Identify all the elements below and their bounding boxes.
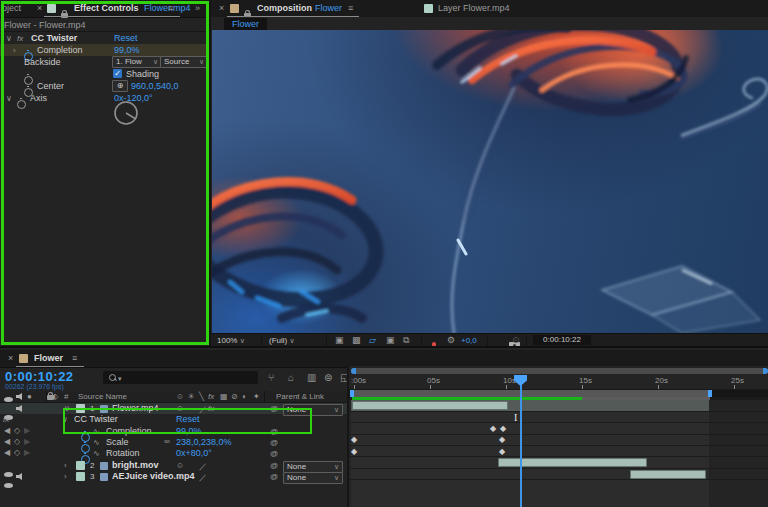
effect-group-row[interactable]: fx ∨ CC Twister Reset: [0, 414, 347, 426]
layer-bar-aejuice[interactable]: [630, 470, 706, 479]
close-icon[interactable]: ×: [37, 3, 42, 13]
expander-icon[interactable]: ›: [64, 461, 67, 470]
reset-link[interactable]: Reset: [176, 414, 200, 424]
overflow-icon[interactable]: »: [195, 3, 200, 13]
effect-row-completion[interactable]: › Completion 99,0%: [0, 44, 209, 56]
shy-toggle-icon[interactable]: ☺: [176, 472, 184, 481]
show-snapshot-icon[interactable]: ⊙: [512, 335, 520, 345]
work-area-bar[interactable]: [352, 390, 710, 397]
work-area-start-bracket[interactable]: [350, 390, 354, 397]
property-row-rotation[interactable]: ◀ ◇ ▶ ∿ Rotation 0x+80,0° @: [0, 448, 347, 459]
tab-composition[interactable]: Composition: [257, 3, 312, 13]
layer-row-bright[interactable]: › 2 bright.mov ☺ ／ @ None∨: [0, 460, 347, 471]
axis-dial[interactable]: [112, 99, 140, 127]
keyframe-diamond[interactable]: ◆: [499, 436, 505, 444]
magnification-dropdown[interactable]: 100% ∨: [217, 336, 245, 345]
exposure-value[interactable]: +0,0: [461, 336, 477, 345]
panel-menu-icon[interactable]: ≡: [348, 3, 353, 13]
add-keyframe-icon[interactable]: ◇: [14, 427, 20, 435]
property-value[interactable]: 0x+80,0°: [176, 448, 212, 458]
work-area-track[interactable]: [349, 390, 768, 397]
property-row-completion[interactable]: ◀ ◇ ▶ ∿ Completion 99,0% @: [0, 426, 347, 437]
audio-column-icon[interactable]: [16, 393, 24, 400]
video-toggle-icon[interactable]: [4, 483, 13, 488]
shy-toggle-icon[interactable]: ☺: [176, 404, 184, 413]
effect-name[interactable]: CC Twister: [31, 33, 77, 43]
playhead-line[interactable]: [520, 375, 522, 507]
backside-dropdown[interactable]: 1. Flow∨: [112, 56, 162, 68]
pickwhip-icon[interactable]: @: [270, 449, 278, 458]
quality-icon[interactable]: ╲: [199, 392, 204, 401]
layer-color-swatch[interactable]: [76, 472, 85, 481]
region-of-interest-icon[interactable]: ▩: [352, 335, 361, 345]
next-keyframe-icon[interactable]: ▶: [24, 427, 30, 435]
motion-blur-icon[interactable]: ⊜: [324, 372, 332, 383]
expander-icon[interactable]: ∨: [64, 404, 70, 413]
close-icon[interactable]: ×: [219, 3, 224, 13]
layer-row-aejuice[interactable]: › 3 AEJuice video.mp4 ☺ ／ @ None∨: [0, 471, 347, 482]
layer-name[interactable]: bright.mov: [112, 460, 159, 470]
draft-3d-icon[interactable]: ⌂: [288, 372, 294, 383]
3d-layer-icon[interactable]: ✦: [253, 392, 260, 401]
property-value[interactable]: 99,0%: [176, 426, 202, 436]
always-preview-icon[interactable]: ▣: [335, 335, 344, 345]
keyframe-diamond[interactable]: ◆: [499, 448, 505, 456]
mask-visibility-icon[interactable]: ▣: [386, 335, 395, 345]
property-name[interactable]: Rotation: [106, 448, 140, 458]
expander-icon[interactable]: ∨: [62, 415, 68, 424]
graph-icon[interactable]: ∿: [93, 449, 100, 458]
number-column-header[interactable]: #: [64, 392, 68, 401]
work-area-end-bracket[interactable]: [708, 390, 712, 397]
property-label[interactable]: Axis: [30, 93, 47, 103]
link-icon[interactable]: ∞: [164, 437, 170, 446]
shy-toggle-icon[interactable]: ☺: [176, 461, 184, 470]
graph-icon[interactable]: ∿: [93, 427, 100, 436]
tab-layer-flower[interactable]: Layer Flower.mp4: [438, 3, 510, 13]
pickwhip-icon[interactable]: @: [270, 472, 278, 481]
frame-blend-icon[interactable]: ▦: [220, 392, 228, 401]
breadcrumb-flower[interactable]: Flower: [224, 18, 267, 30]
layer-row-flower[interactable]: ∨ 1 Flower.mp4 ☺ ／ fx @ None∨: [0, 403, 347, 414]
frame-blending-icon[interactable]: ▥: [307, 372, 316, 383]
prev-keyframe-icon[interactable]: ◀: [4, 438, 10, 446]
current-timecode[interactable]: 0:00:10:22: [5, 369, 74, 384]
motion-blur-icon[interactable]: ⊘: [231, 392, 238, 401]
parent-dropdown[interactable]: None∨: [283, 472, 343, 484]
pickwhip-icon[interactable]: @: [270, 404, 278, 413]
property-label[interactable]: Center: [37, 81, 64, 91]
audio-toggle-icon[interactable]: [16, 473, 24, 480]
exposure-gear-icon[interactable]: ⚙: [447, 335, 455, 345]
next-keyframe-icon[interactable]: ▶: [24, 449, 30, 457]
shy-icon[interactable]: ☺: [176, 392, 184, 401]
parent-link-column-header[interactable]: Parent & Link: [276, 392, 324, 401]
expander-icon[interactable]: ∨: [6, 94, 12, 103]
tab-project-partial[interactable]: oject: [2, 3, 21, 13]
composition-image[interactable]: [212, 30, 768, 333]
fx-toggle-icon[interactable]: fx: [208, 404, 214, 413]
source-dropdown[interactable]: Source∨: [160, 56, 208, 68]
layer-color-swatch[interactable]: [76, 404, 85, 413]
transparency-grid-icon[interactable]: ▱: [369, 335, 376, 345]
stopwatch-icon[interactable]: [17, 100, 26, 109]
close-icon[interactable]: ×: [8, 353, 13, 363]
tab-effect-controls[interactable]: Effect Controls: [74, 3, 139, 13]
viewer-timecode[interactable]: 0:00:10:22: [533, 335, 591, 345]
keyframe-diamond[interactable]: ◆: [500, 425, 506, 433]
tab-composition-file[interactable]: Flower: [315, 3, 342, 13]
layer-color-swatch[interactable]: [76, 461, 85, 470]
property-label[interactable]: Completion: [37, 45, 83, 55]
keyframe-diamond[interactable]: ◆: [351, 448, 357, 456]
audio-toggle-icon[interactable]: [16, 405, 24, 412]
graph-icon[interactable]: ∿: [93, 438, 100, 447]
completion-value[interactable]: 99,0%: [114, 45, 140, 55]
next-keyframe-icon[interactable]: ▶: [24, 438, 30, 446]
layer-bar-flower[interactable]: [352, 401, 508, 410]
reset-link[interactable]: Reset: [114, 33, 138, 43]
composition-flowchart-icon[interactable]: ⑂: [268, 372, 274, 383]
fx-icon[interactable]: fx: [208, 392, 214, 401]
layer-name[interactable]: Flower.mp4: [112, 403, 159, 413]
crosshair-button[interactable]: ⊕: [112, 80, 128, 92]
prev-keyframe-icon[interactable]: ◀: [4, 427, 10, 435]
resolution-dropdown[interactable]: (Full) ∨: [269, 336, 295, 345]
quality-toggle-icon[interactable]: ／: [199, 472, 207, 483]
